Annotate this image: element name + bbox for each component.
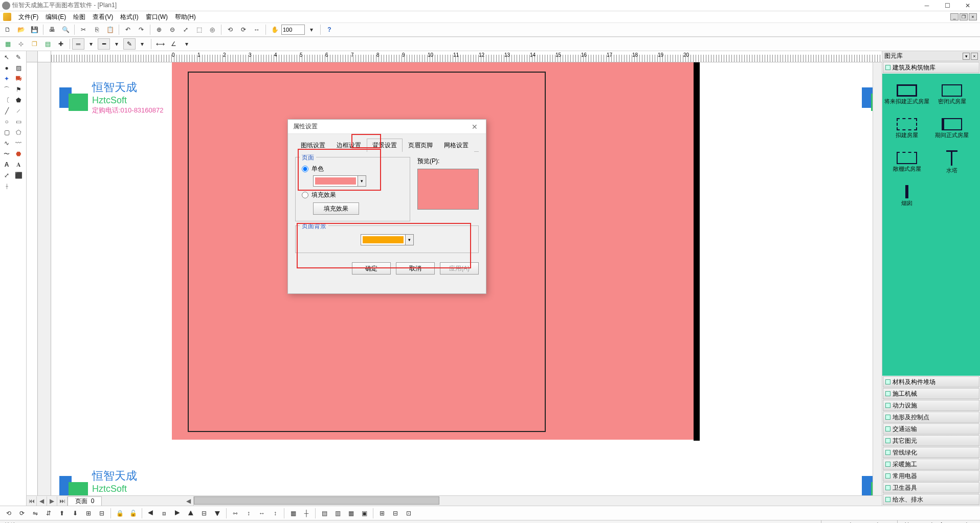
dist-h-icon[interactable]: ⇿ bbox=[229, 507, 241, 519]
same-width-icon[interactable]: ↔ bbox=[256, 507, 268, 519]
eyedropper-icon[interactable]: ⤢ bbox=[1, 170, 12, 180]
library-category[interactable]: 其它图元 bbox=[883, 435, 979, 446]
rect-icon[interactable]: ▭ bbox=[13, 117, 24, 127]
library-item[interactable]: 期间正式房屋 bbox=[929, 111, 974, 145]
library-category[interactable]: 常用电器 bbox=[883, 470, 979, 482]
curve-icon[interactable]: ∿ bbox=[1, 138, 12, 148]
library-item[interactable]: 密闭式房屋 bbox=[929, 78, 974, 111]
menu-format[interactable]: 格式(I) bbox=[117, 12, 141, 22]
prev-page-icon[interactable]: ◀ bbox=[37, 496, 47, 506]
library-item[interactable]: 拟建房屋 bbox=[884, 111, 929, 145]
undo-icon[interactable]: ↶ bbox=[122, 24, 134, 36]
chevron-down-icon[interactable]: ▾ bbox=[136, 38, 148, 50]
grid-2-icon[interactable]: ▥ bbox=[331, 507, 344, 519]
grid-4-icon[interactable]: ▣ bbox=[358, 507, 370, 519]
chevron-down-icon[interactable]: ▾ bbox=[358, 176, 366, 186]
dimension-tool-icon[interactable]: ⟊ bbox=[1, 181, 12, 191]
library-category[interactable]: 材料及构件堆场 bbox=[883, 376, 979, 388]
align-right-icon[interactable]: ⯈ bbox=[171, 507, 184, 519]
zoom-input[interactable] bbox=[281, 25, 305, 35]
cut-icon[interactable]: ✂ bbox=[77, 24, 90, 36]
snap-guide-icon[interactable]: ┼ bbox=[300, 507, 313, 519]
first-page-icon[interactable]: ⏮ bbox=[27, 496, 37, 506]
print-icon[interactable]: 🖶 bbox=[46, 24, 58, 36]
line-style-combo[interactable]: ═ bbox=[72, 38, 84, 50]
line-color-combo[interactable]: ✎ bbox=[123, 38, 136, 50]
zoom-out-icon[interactable]: ⊖ bbox=[166, 24, 179, 36]
ok-button[interactable]: 确定 bbox=[352, 262, 391, 275]
snap-grid-icon[interactable]: ▦ bbox=[287, 507, 299, 519]
rotate-cw-icon[interactable]: ⟳ bbox=[16, 507, 28, 519]
table-icon[interactable]: ⊞ bbox=[376, 507, 388, 519]
line-weight-combo[interactable]: ━ bbox=[98, 38, 110, 50]
open-icon[interactable]: 📂 bbox=[15, 24, 27, 36]
apply-button[interactable]: 应用(A) bbox=[440, 262, 479, 275]
library-dropdown-icon[interactable]: ▾ bbox=[963, 53, 970, 60]
rounded-rect-icon[interactable]: ▢ bbox=[1, 127, 12, 138]
flip-h-icon[interactable]: ⇋ bbox=[29, 507, 41, 519]
dialog-title-bar[interactable]: 属性设置 ✕ bbox=[288, 120, 486, 134]
flag-icon[interactable]: ⚑ bbox=[13, 84, 24, 95]
library-category-active[interactable]: 建筑及构筑物库 bbox=[883, 62, 979, 73]
menu-window[interactable]: 窗口(W) bbox=[143, 12, 171, 22]
chevron-down-icon[interactable]: ▾ bbox=[405, 235, 413, 245]
align-center-icon[interactable]: ⧈ bbox=[158, 507, 170, 519]
redo-icon[interactable]: ↷ bbox=[135, 24, 147, 36]
menu-edit[interactable]: 编辑(E) bbox=[42, 12, 69, 22]
zoom-window-icon[interactable]: ⬚ bbox=[193, 24, 205, 36]
line-icon[interactable]: ╱ bbox=[1, 106, 12, 116]
pen-icon[interactable]: ✎ bbox=[13, 52, 24, 62]
mdi-close[interactable]: × bbox=[969, 13, 977, 20]
preview-icon[interactable]: 🔍 bbox=[59, 24, 72, 36]
bracket-icon[interactable]: 〔 bbox=[1, 95, 12, 105]
close-button[interactable]: ✕ bbox=[957, 1, 978, 11]
rotate-left-icon[interactable]: ⟲ bbox=[224, 24, 236, 36]
leader-icon[interactable] bbox=[13, 181, 24, 191]
align-left-icon[interactable]: ⯇ bbox=[145, 507, 157, 519]
library-category[interactable]: 采暖施工 bbox=[883, 459, 979, 470]
fill-icon[interactable]: ⬛ bbox=[13, 170, 24, 180]
dialog-close-icon[interactable]: ✕ bbox=[469, 122, 481, 132]
spline-icon[interactable]: 〰 bbox=[13, 138, 24, 148]
hatch-icon[interactable]: ▨ bbox=[13, 63, 24, 73]
fill-effect-button[interactable]: 填充效果 bbox=[313, 202, 359, 215]
chevron-down-icon[interactable]: ▾ bbox=[85, 38, 97, 50]
freehand-icon[interactable]: 〜 bbox=[1, 149, 12, 159]
ungroup-icon[interactable]: ⊟ bbox=[96, 507, 108, 519]
text-box-icon[interactable]: 𝐀 bbox=[13, 160, 24, 170]
zoom-actual-icon[interactable]: ◎ bbox=[206, 24, 218, 36]
library-item[interactable]: 烟囱 bbox=[884, 179, 929, 213]
layers-icon[interactable]: ❐ bbox=[28, 38, 40, 50]
vertical-scrollbar[interactable] bbox=[873, 62, 882, 495]
horizontal-scrollbar[interactable]: ◀ bbox=[184, 496, 882, 506]
last-page-icon[interactable]: ⏭ bbox=[57, 496, 68, 506]
library-category[interactable]: 管线绿化 bbox=[883, 447, 979, 458]
grid-3-icon[interactable]: ▦ bbox=[345, 507, 357, 519]
rotate-right-icon[interactable]: ⟳ bbox=[237, 24, 250, 36]
tab-background[interactable]: 背景设置 bbox=[367, 139, 403, 152]
next-page-icon[interactable]: ▶ bbox=[47, 496, 57, 506]
page-tab[interactable]: 页面 0 bbox=[68, 496, 102, 506]
arc-icon[interactable]: ⌒ bbox=[1, 84, 12, 95]
menu-draw[interactable]: 绘图 bbox=[70, 12, 88, 22]
align-middle-icon[interactable]: ⊟ bbox=[198, 507, 210, 519]
tab-paper[interactable]: 图纸设置 bbox=[295, 139, 331, 152]
chevron-down-icon[interactable]: ▾ bbox=[110, 38, 123, 50]
maximize-button[interactable]: ☐ bbox=[937, 1, 957, 11]
zoom-fit-icon[interactable]: ⤢ bbox=[180, 24, 192, 36]
zoom-dropdown-icon[interactable]: ▾ bbox=[305, 24, 318, 36]
new-icon[interactable]: 🗋 bbox=[2, 24, 14, 36]
align-bottom-icon[interactable]: ⯆ bbox=[211, 507, 224, 519]
dimension-icon[interactable]: ⟷ bbox=[154, 38, 166, 50]
save-icon[interactable]: 💾 bbox=[28, 24, 40, 36]
library-category[interactable]: 地形及控制点 bbox=[883, 412, 979, 423]
menu-help[interactable]: 帮助(H) bbox=[172, 12, 199, 22]
tab-header-footer[interactable]: 页眉页脚 bbox=[403, 139, 438, 152]
unlock-icon[interactable]: 🔓 bbox=[127, 507, 139, 519]
dist-v-icon[interactable]: ↕ bbox=[242, 507, 255, 519]
menu-view[interactable]: 查看(V) bbox=[90, 12, 116, 22]
radio-solid-color[interactable] bbox=[302, 166, 308, 172]
pointer-icon[interactable]: ↖ bbox=[1, 52, 12, 62]
mdi-restore[interactable]: ❐ bbox=[960, 13, 968, 20]
snap-icon[interactable]: ⊹ bbox=[15, 38, 27, 50]
